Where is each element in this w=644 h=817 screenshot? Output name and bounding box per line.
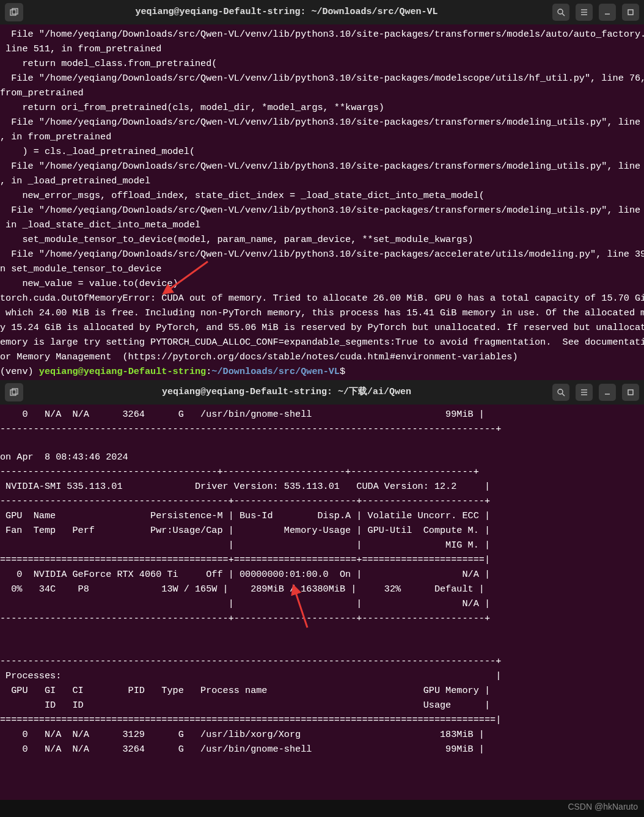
svg-rect-11 <box>10 390 16 395</box>
hamburger-icon <box>580 8 588 16</box>
svg-line-14 <box>562 394 565 396</box>
titlebar-2: yeqiang@yeqiang-Default-string: ~/下载/ai/… <box>0 380 644 405</box>
terminal-output-1[interactable]: File "/home/yeqiang/Downloads/src/Qwen-V… <box>0 24 644 381</box>
new-tab-button-2[interactable] <box>5 383 23 401</box>
svg-rect-8 <box>628 10 633 15</box>
svg-rect-1 <box>12 9 18 14</box>
watermark: CSDN @hkNaruto <box>568 800 638 813</box>
maximize-button-2[interactable] <box>622 384 639 401</box>
footer-bar <box>0 800 644 817</box>
search-icon <box>557 388 565 397</box>
svg-rect-0 <box>10 10 16 15</box>
maximize-icon <box>627 9 634 16</box>
window-title-2: yeqiang@yeqiang-Default-string: ~/下载/ai/… <box>27 385 546 400</box>
tab-icon <box>10 8 18 16</box>
menu-button-2[interactable] <box>576 384 593 401</box>
menu-button[interactable] <box>576 4 593 21</box>
window-title-1: yeqiang@yeqiang-Default-string: ~/Downlo… <box>27 5 546 20</box>
terminal-window-2: yeqiang@yeqiang-Default-string: ~/下载/ai/… <box>0 380 644 759</box>
svg-rect-12 <box>12 389 18 394</box>
search-button[interactable] <box>552 4 569 21</box>
svg-line-3 <box>562 13 565 16</box>
minimize-icon <box>604 389 611 396</box>
terminal-window-1: yeqiang@yeqiang-Default-string: ~/Downlo… <box>0 0 644 381</box>
search-button-2[interactable] <box>552 384 569 401</box>
minimize-button[interactable] <box>599 4 616 21</box>
svg-point-13 <box>558 389 563 394</box>
terminal-output-2[interactable]: 0 N/A N/A 3264 G /usr/bin/gnome-shell 99… <box>0 405 644 759</box>
search-icon <box>557 8 565 16</box>
tab-icon <box>10 388 18 397</box>
minimize-icon <box>604 9 611 16</box>
svg-rect-19 <box>628 390 633 395</box>
maximize-icon <box>627 389 634 396</box>
new-tab-button[interactable] <box>5 3 23 21</box>
hamburger-icon <box>580 388 588 397</box>
minimize-button-2[interactable] <box>599 384 616 401</box>
titlebar-1: yeqiang@yeqiang-Default-string: ~/Downlo… <box>0 0 644 24</box>
maximize-button[interactable] <box>622 4 639 21</box>
svg-point-2 <box>558 9 563 14</box>
